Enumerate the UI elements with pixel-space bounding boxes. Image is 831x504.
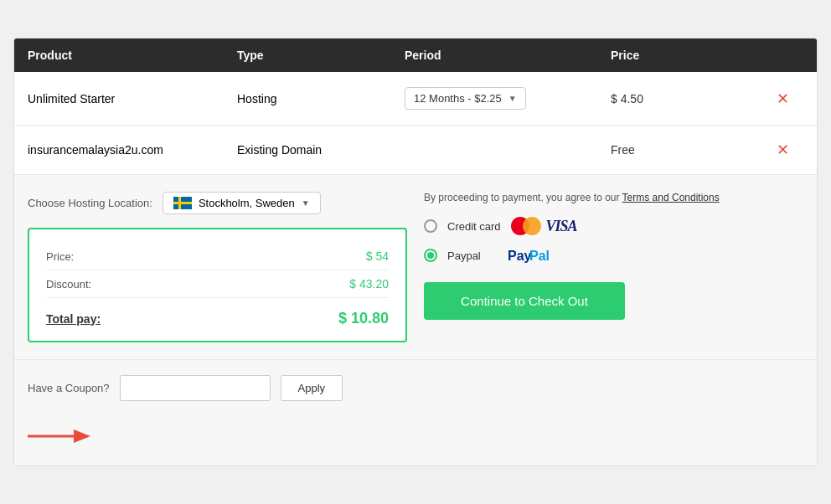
arrow-section: [14, 416, 817, 465]
credit-card-label: Credit card: [447, 220, 501, 233]
discount-value: $ 43.20: [349, 277, 389, 291]
checkout-container: Product Type Period Price Unlimited Star…: [13, 38, 818, 466]
svg-text:Pay: Pay: [508, 249, 532, 263]
table-header: Product Type Period Price: [14, 39, 817, 72]
discount-label: Discount:: [46, 278, 91, 291]
period-dropdown[interactable]: 12 Months - $2.25 ▼: [405, 87, 526, 110]
apply-button[interactable]: Apply: [281, 375, 343, 401]
visa-icon: VISA: [546, 218, 577, 235]
left-section: Choose Hosting Location: Stockholm, Swed…: [28, 192, 407, 342]
payment-options: Credit card VISA Paypal: [424, 217, 803, 265]
pricing-box: Price: $ 54 Discount: $ 43.20 Total pay:…: [28, 228, 407, 342]
total-value: $ 10.80: [338, 310, 389, 327]
sweden-flag-icon: [173, 197, 192, 209]
credit-card-radio[interactable]: [424, 219, 437, 233]
price-value: $ 54: [366, 249, 389, 263]
paypal-option[interactable]: Paypal Pay Pal: [424, 245, 803, 265]
coupon-label: Have a Coupon?: [28, 382, 110, 394]
price-row: Price: $ 54: [46, 243, 389, 270]
location-value: Stockholm, Sweden: [199, 197, 295, 209]
product-price: $ 4.50: [611, 92, 761, 105]
paypal-icon: Pay Pal: [508, 245, 566, 265]
svg-text:Pal: Pal: [529, 249, 550, 263]
domain-type: Existing Domain: [237, 143, 405, 157]
chevron-down-icon: ▼: [302, 198, 310, 208]
header-type: Type: [237, 49, 405, 62]
table-row: Unlimited Starter Hosting 12 Months - $2…: [14, 72, 817, 126]
paypal-radio[interactable]: [424, 249, 437, 262]
coupon-section: Have a Coupon? Apply: [14, 360, 817, 416]
header-price: Price: [611, 49, 761, 62]
red-arrow-icon: [28, 424, 95, 448]
period-value: 12 Months - $2.25: [414, 92, 502, 105]
svg-rect-2: [173, 202, 192, 204]
delete-row-2-button[interactable]: ✕: [761, 141, 803, 159]
paypal-label: Paypal: [447, 249, 498, 262]
header-period: Period: [405, 49, 611, 62]
terms-link[interactable]: Terms and Conditions: [622, 192, 720, 203]
credit-card-option[interactable]: Credit card VISA: [424, 217, 803, 235]
location-dropdown[interactable]: Stockholm, Sweden ▼: [163, 192, 321, 214]
checkout-button[interactable]: Continue to Check Out: [424, 282, 625, 320]
header-product: Product: [28, 49, 237, 62]
chevron-down-icon: ▼: [508, 94, 517, 103]
delete-row-1-button[interactable]: ✕: [761, 90, 803, 108]
location-row: Choose Hosting Location: Stockholm, Swed…: [28, 192, 407, 214]
svg-marker-6: [74, 429, 90, 443]
product-type: Hosting: [237, 92, 405, 105]
domain-price: Free: [611, 143, 761, 157]
bottom-section: Choose Hosting Location: Stockholm, Swed…: [14, 175, 817, 360]
discount-row: Discount: $ 43.20: [46, 270, 389, 298]
total-label: Total pay:: [46, 312, 101, 326]
total-row: Total pay: $ 10.80: [46, 301, 389, 327]
product-name: Unlimited Starter: [28, 92, 237, 105]
right-section: By proceeding to payment, you agree to o…: [424, 192, 803, 342]
terms-text: By proceeding to payment, you agree to o…: [424, 192, 803, 203]
domain-name: insurancemalaysia2u.com: [28, 143, 237, 157]
price-label: Price:: [46, 250, 74, 263]
radio-selected-indicator: [427, 252, 434, 259]
mastercard-icon: [511, 217, 541, 235]
coupon-input[interactable]: [120, 375, 271, 401]
paypal-logo-svg: Pay Pal: [508, 245, 566, 265]
table-row: insurancemalaysia2u.com Existing Domain …: [14, 126, 817, 175]
card-icons: VISA: [511, 217, 577, 235]
location-label: Choose Hosting Location:: [28, 197, 152, 209]
